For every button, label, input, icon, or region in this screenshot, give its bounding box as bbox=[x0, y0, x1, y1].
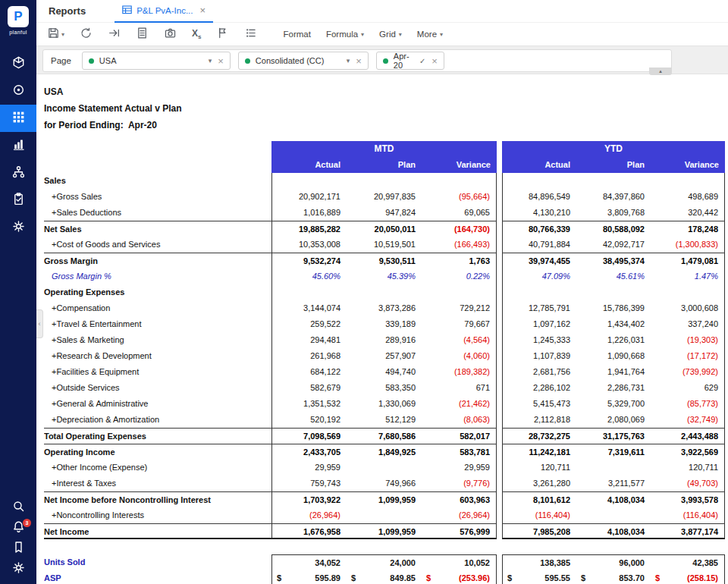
column-gap bbox=[497, 348, 502, 364]
row-label: Units Sold bbox=[44, 554, 271, 570]
cell-value bbox=[347, 507, 422, 523]
more-menu[interactable]: More ▾ bbox=[417, 30, 443, 39]
cell-value: (8,063) bbox=[422, 412, 497, 428]
report-period: for Period Ending: Apr-20 bbox=[44, 117, 728, 133]
cell-value bbox=[651, 284, 725, 300]
cell-value: 1,099,959 bbox=[347, 491, 422, 507]
filter-chip-period[interactable]: Apr-20 ✓ × bbox=[376, 52, 444, 70]
target-icon bbox=[11, 83, 26, 100]
column-header-plan: Plan bbox=[347, 157, 422, 173]
report-tab[interactable]: P&L PvA-Inc... × bbox=[115, 0, 213, 23]
preview-button[interactable] bbox=[136, 27, 149, 42]
cell-value: $595.55 bbox=[502, 570, 576, 584]
cell-value: 38,495,374 bbox=[576, 253, 651, 268]
row-label: Operating Expenses bbox=[44, 284, 271, 300]
bookmarks-button[interactable] bbox=[0, 538, 36, 559]
filter-chip-entity[interactable]: USA ▾ × bbox=[82, 52, 231, 70]
cell-value: 7,098,569 bbox=[271, 428, 347, 444]
sidebar-item-planning[interactable] bbox=[0, 50, 36, 77]
cell-value: 20,050,011 bbox=[347, 221, 422, 237]
cell-value bbox=[576, 173, 651, 189]
cell-value: 2,286,102 bbox=[502, 380, 576, 396]
sidebar-item-workflow[interactable] bbox=[0, 159, 36, 187]
close-icon[interactable]: × bbox=[218, 55, 224, 67]
table-row: +Sales Deductions1,016,889947,82469,0654… bbox=[44, 205, 725, 221]
cell-value: 84,397,860 bbox=[576, 189, 651, 205]
formula-menu-label: Formula bbox=[326, 30, 358, 39]
sidebar-item-tasks[interactable] bbox=[0, 187, 36, 214]
format-menu[interactable]: Format bbox=[283, 30, 310, 39]
caret-down-icon[interactable]: ▾ bbox=[209, 57, 212, 64]
cell-value: 257,907 bbox=[347, 348, 422, 364]
cell-value: 3,000,608 bbox=[651, 300, 725, 316]
gear-icon bbox=[11, 560, 26, 578]
cell-value: 39,974,455 bbox=[502, 253, 576, 268]
page-filter-label: Page bbox=[51, 56, 71, 65]
report-entity: USA bbox=[44, 83, 728, 100]
cell-value bbox=[502, 173, 576, 189]
top-bar: Reports P&L PvA-Inc... × bbox=[36, 0, 728, 23]
cell-value: 11,242,181 bbox=[502, 444, 576, 460]
cell-value: (9,776) bbox=[422, 476, 497, 491]
row-label: +Travel & Entertainment bbox=[44, 316, 271, 332]
column-gap bbox=[497, 523, 502, 539]
table-row: Operating Income2,433,7051,849,925583,78… bbox=[44, 444, 725, 460]
filter-bar: Page USA ▾ × Consolidated (CC) ▾ × Apr-2… bbox=[36, 46, 728, 74]
cell-value: 1,941,764 bbox=[576, 364, 651, 380]
save-icon bbox=[47, 27, 60, 42]
dollar-sign: $ bbox=[655, 570, 660, 584]
cell-value: (49,703) bbox=[651, 476, 725, 491]
grid-menu[interactable]: Grid ▾ bbox=[379, 30, 402, 39]
cell-value: 45.60% bbox=[271, 268, 347, 284]
cell-value: 79,667 bbox=[422, 316, 497, 332]
sidebar-nav bbox=[0, 50, 36, 241]
tab-close-icon[interactable]: × bbox=[199, 5, 206, 16]
table-row: +Sales & Marketing294,481289,916(4,564)1… bbox=[44, 332, 725, 348]
cell-value: 3,144,074 bbox=[271, 300, 347, 316]
column-header-variance: Variance bbox=[651, 157, 725, 173]
formula-menu[interactable]: Formula ▾ bbox=[326, 30, 364, 39]
column-gap bbox=[497, 444, 502, 460]
row-label: Net Income before Noncontrolling Interes… bbox=[44, 491, 271, 507]
cell-value: (17,172) bbox=[651, 348, 725, 364]
toolbar: ▾ Xs Format Formula ▾ Grid ▾ More ▾ bbox=[36, 23, 728, 46]
close-icon[interactable]: × bbox=[356, 55, 362, 67]
subscript-icon: Xs bbox=[192, 28, 201, 40]
outline-button[interactable] bbox=[244, 27, 257, 42]
caret-down-icon[interactable]: ▾ bbox=[347, 57, 350, 64]
cell-value: 7,319,611 bbox=[576, 444, 651, 460]
outline-list-icon bbox=[244, 27, 257, 42]
sidebar-item-goals[interactable] bbox=[0, 77, 36, 105]
save-button[interactable]: ▾ bbox=[47, 27, 64, 42]
cell-value: 29,959 bbox=[422, 460, 497, 476]
left-panel-handle[interactable]: ‹ bbox=[36, 309, 43, 338]
sidebar-item-reports[interactable] bbox=[0, 105, 36, 132]
settings-button[interactable] bbox=[0, 559, 36, 579]
filter-collapse-handle[interactable]: ▴ bbox=[649, 68, 672, 75]
check-icon[interactable]: ✓ bbox=[419, 57, 425, 65]
table-row: Net Sales19,885,28220,050,011(164,730)80… bbox=[44, 221, 725, 237]
run-button[interactable] bbox=[108, 27, 121, 42]
search-button[interactable] bbox=[0, 498, 36, 518]
column-gap bbox=[497, 380, 502, 396]
cell-value bbox=[502, 284, 576, 300]
sidebar-item-settings[interactable] bbox=[0, 214, 36, 241]
subscript-button[interactable]: Xs bbox=[192, 28, 201, 40]
notifications-button[interactable]: 3 bbox=[0, 518, 36, 538]
sidebar-item-dashboards[interactable] bbox=[0, 132, 36, 159]
cell-value: 1,226,031 bbox=[576, 332, 651, 348]
cell-value: 1,849,925 bbox=[347, 444, 422, 460]
snapshot-button[interactable] bbox=[164, 27, 177, 42]
cell-value: 45.61% bbox=[576, 268, 651, 284]
cell-value: (116,404) bbox=[502, 507, 576, 523]
flag-button[interactable] bbox=[216, 27, 229, 42]
close-icon[interactable]: × bbox=[431, 55, 438, 67]
cell-value: 138,385 bbox=[502, 554, 576, 570]
filter-chip-consolidation[interactable]: Consolidated (CC) ▾ × bbox=[238, 52, 369, 70]
planful-logo: P planful bbox=[8, 6, 29, 35]
refresh-button[interactable] bbox=[80, 27, 93, 42]
cell-value: 583,781 bbox=[422, 444, 497, 460]
cell-value: 1,351,532 bbox=[271, 396, 347, 412]
cell-value: 2,443,488 bbox=[651, 428, 725, 444]
cell-value: 671 bbox=[422, 380, 497, 396]
